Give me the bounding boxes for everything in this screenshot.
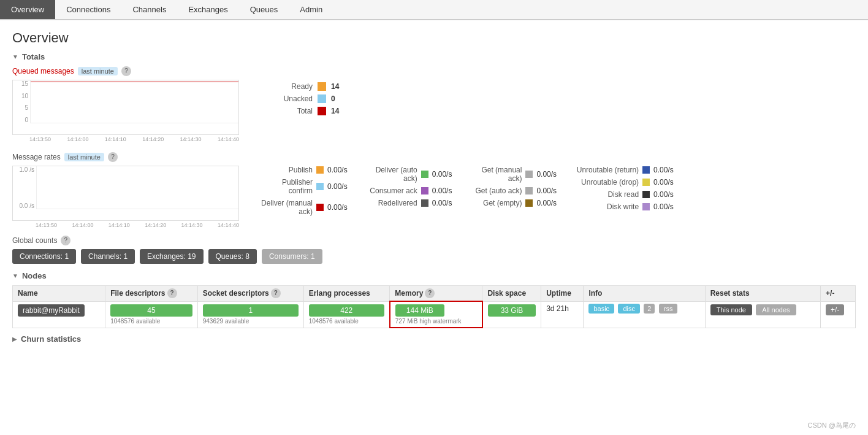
- col-disk: Disk space: [482, 286, 541, 302]
- tab-connections[interactable]: Connections: [55, 0, 121, 19]
- nodes-header: ▼ Nodes: [12, 271, 856, 280]
- churn-title: Churn statistics: [21, 334, 81, 344]
- legend-unacked: Unacked 0: [257, 94, 339, 103]
- col-socket-desc: Socket descriptors ?: [197, 286, 303, 302]
- y-label-5: 5: [25, 104, 28, 111]
- rate-get-manual: Get (manual ack) 0.00/s: [466, 166, 557, 183]
- rate-deliver-manual: Deliver (manual ack) 0.00/s: [257, 199, 348, 216]
- nodes-triangle-icon: ▼: [12, 272, 18, 279]
- rate-get-auto-value: 0.00/s: [536, 187, 557, 195]
- tab-exchanges[interactable]: Exchanges: [177, 0, 238, 19]
- y-label-0: 0: [25, 117, 28, 123]
- tab-admin[interactable]: Admin: [289, 0, 333, 19]
- rate-get-manual-color: [525, 171, 533, 178]
- consumers-count-btn[interactable]: Consumers: 1: [262, 249, 322, 264]
- rates-grid: Publish 0.00/s Publisher confirm 0.00/s …: [257, 166, 674, 216]
- rates-y-bottom: 0.0 /s: [20, 202, 34, 209]
- totals-title: Totals: [22, 52, 45, 61]
- info-tag-rss: rss: [659, 304, 678, 314]
- churn-section: ▶ Churn statistics: [12, 334, 856, 344]
- queued-chart-row: 15 10 5 0 14:13:50 14:14:00 14:14:10 14:…: [12, 80, 856, 142]
- x-label-1: 14:14:00: [67, 136, 88, 142]
- rate-unroutable-return-label: Unroutable (return): [571, 166, 639, 174]
- global-counts-section: Global counts ? Connections: 1 Channels:…: [12, 236, 856, 264]
- legend-total-label: Total: [257, 107, 313, 115]
- legend-unacked-value: 0: [331, 94, 335, 103]
- churn-triangle-icon: ▶: [12, 336, 17, 342]
- rate-redelivered-value: 0.00/s: [432, 199, 452, 207]
- legend-ready-label: Ready: [257, 82, 313, 91]
- churn-header[interactable]: ▶ Churn statistics: [12, 334, 856, 344]
- node-info-cell: basic disc 2 rss: [584, 301, 705, 328]
- all-nodes-btn[interactable]: All nodes: [756, 304, 796, 315]
- uptime-value: 3d 21h: [546, 304, 569, 313]
- rate-redelivered-label: Redelivered: [362, 199, 417, 207]
- global-counts-label: Global counts: [12, 236, 57, 245]
- x-label-0: 14:13:50: [29, 136, 51, 142]
- rate-deliver-auto-label: Deliver (auto ack): [362, 166, 417, 183]
- rate-get-auto-color: [525, 187, 533, 194]
- counts-row: Connections: 1 Channels: 1 Exchanges: 19…: [12, 249, 856, 264]
- queued-label: Queued messages: [12, 67, 74, 75]
- rate-unroutable-return-color: [642, 166, 650, 174]
- rate-disk-read-label: Disk read: [571, 190, 639, 199]
- file-desc-sub: 1048576 available: [110, 318, 192, 325]
- info-tag-disc: disc: [618, 304, 640, 314]
- x-label-2: 14:14:10: [105, 136, 126, 142]
- rates-x-1: 14:14:00: [72, 222, 93, 228]
- rate-disk-read-color: [642, 191, 650, 198]
- socket-desc-sub: 943629 available: [203, 318, 299, 325]
- totals-header: ▼ Totals: [12, 52, 856, 61]
- nodes-title: Nodes: [22, 271, 47, 280]
- queued-help-icon[interactable]: ?: [121, 66, 131, 76]
- rates-x-4: 14:14:30: [181, 222, 203, 228]
- legend-total-color: [318, 107, 326, 115]
- memory-sub: 727 MiB high watermark: [395, 318, 477, 325]
- tab-channels[interactable]: Channels: [121, 0, 177, 19]
- plusminus-btn[interactable]: +/-: [826, 304, 844, 315]
- y-label-15: 15: [21, 80, 28, 87]
- queues-count-btn[interactable]: Queues: 8: [208, 249, 257, 264]
- rates-label: Message rates: [12, 153, 61, 161]
- x-label-5: 14:14:40: [218, 136, 239, 142]
- queued-legend: Ready 14 Unacked 0 Total 14: [257, 80, 339, 115]
- rates-x-2: 14:14:10: [108, 222, 130, 228]
- connections-count-btn[interactable]: Connections: 1: [12, 249, 76, 264]
- channels-count-btn[interactable]: Channels: 1: [81, 249, 135, 264]
- file-desc-help-icon[interactable]: ?: [167, 288, 177, 298]
- file-desc-bar: 45: [110, 304, 192, 317]
- rate-get-manual-label: Get (manual ack): [466, 166, 522, 183]
- exchanges-count-btn[interactable]: Exchanges: 19: [140, 249, 203, 264]
- node-socket-desc-cell: 1 943629 available: [197, 301, 303, 328]
- col-info: Info: [584, 286, 705, 302]
- tab-queues[interactable]: Queues: [239, 0, 289, 19]
- x-label-4: 14:14:30: [180, 136, 202, 142]
- socket-desc-help-icon[interactable]: ?: [271, 288, 281, 298]
- rate-deliver-auto-value: 0.00/s: [432, 170, 452, 179]
- rate-publish-label: Publish: [257, 166, 313, 174]
- rates-chart: 1.0 /s 0.0 /s 14:13:50 14:14:00 14:14:10…: [12, 166, 239, 228]
- rate-unroutable-return: Unroutable (return) 0.00/s: [571, 166, 674, 174]
- node-name-cell: rabbit@myRabbit: [13, 301, 105, 328]
- col-memory: Memory ?: [390, 286, 482, 302]
- legend-ready: Ready 14: [257, 82, 339, 91]
- this-node-btn[interactable]: This node: [710, 304, 752, 315]
- tab-overview[interactable]: Overview: [0, 0, 55, 19]
- col-erlang: Erlang processes: [303, 286, 390, 302]
- rate-consumer-ack-value: 0.00/s: [432, 187, 452, 195]
- table-row: rabbit@myRabbit 45 1048576 available 1 9…: [13, 301, 856, 328]
- rate-consumer-ack-color: [421, 187, 428, 194]
- legend-total-value: 14: [331, 107, 339, 115]
- rates-help-icon[interactable]: ?: [108, 152, 118, 162]
- rate-unroutable-drop-label: Unroutable (drop): [571, 178, 639, 187]
- page-content: Overview ▼ Totals Queued messages last m…: [0, 20, 868, 353]
- global-counts-help-icon[interactable]: ?: [61, 236, 70, 245]
- socket-desc-bar: 1: [203, 304, 299, 317]
- memory-help-icon[interactable]: ?: [425, 288, 435, 298]
- node-name-badge: rabbit@myRabbit: [18, 304, 85, 317]
- disk-bar: 33 GiB: [488, 304, 536, 317]
- nav-bar: Overview Connections Channels Exchanges …: [0, 0, 868, 20]
- x-label-3: 14:14:20: [142, 136, 164, 142]
- rate-publish-color: [316, 166, 324, 174]
- rate-disk-write-color: [642, 203, 650, 210]
